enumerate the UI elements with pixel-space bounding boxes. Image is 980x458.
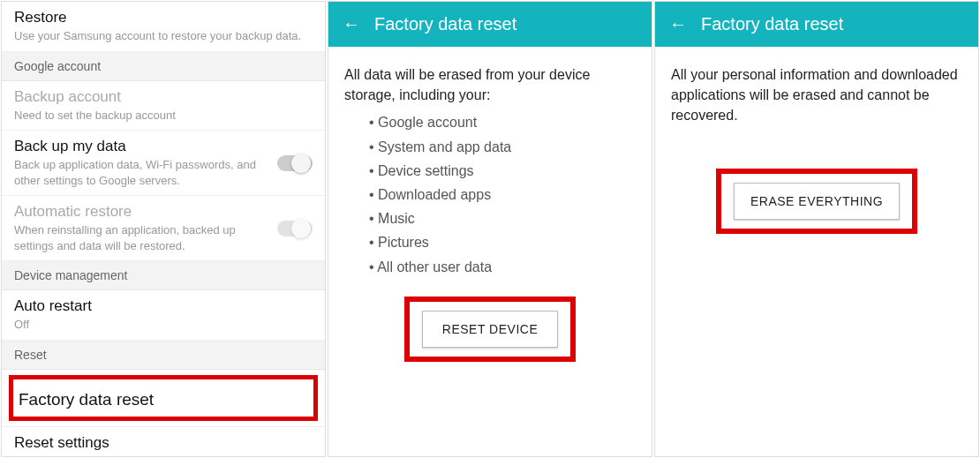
bullet-item: Pictures <box>369 232 636 252</box>
automatic-restore-title: Automatic restore <box>14 203 268 221</box>
bullet-item: Downloaded apps <box>369 184 636 205</box>
factory-reset-highlight: Factory data reset <box>9 375 318 421</box>
settings-list-panel: Restore Use your Samsung account to rest… <box>1 1 326 457</box>
reset-device-highlight: RESET DEVICE <box>404 297 576 362</box>
reset-settings-item[interactable]: Reset settings <box>2 426 325 457</box>
restore-item[interactable]: Restore Use your Samsung account to rest… <box>2 2 325 52</box>
appbar: ← Factory data reset <box>655 2 978 47</box>
automatic-restore-sub: When reinstalling an application, backed… <box>14 222 268 253</box>
reset-device-button[interactable]: RESET DEVICE <box>422 311 558 348</box>
backup-data-toggle[interactable] <box>277 155 313 171</box>
bullet-item: All other user data <box>369 257 636 277</box>
bullet-item: Music <box>369 208 636 229</box>
appbar: ← Factory data reset <box>328 2 652 47</box>
backup-data-title: Back up my data <box>14 138 268 155</box>
back-arrow-icon[interactable]: ← <box>669 14 687 34</box>
backup-data-sub: Back up application data, Wi-Fi password… <box>14 157 268 188</box>
bullet-item: System and app data <box>369 137 636 157</box>
section-google-account: Google account <box>2 52 325 81</box>
restore-sub: Use your Samsung account to restore your… <box>14 28 313 44</box>
backup-account-title: Backup account <box>14 88 313 106</box>
confirm-text: All your personal information and downlo… <box>671 64 962 126</box>
back-arrow-icon[interactable]: ← <box>343 14 360 34</box>
appbar-title: Factory data reset <box>374 14 516 34</box>
backup-account-sub: Need to set the backup account <box>14 108 313 124</box>
auto-restart-title: Auto restart <box>14 297 313 315</box>
factory-data-reset-item[interactable]: Factory data reset <box>13 379 306 411</box>
automatic-restore-item: Automatic restore When reinstalling an a… <box>2 196 325 261</box>
backup-data-item[interactable]: Back up my data Back up application data… <box>2 131 325 196</box>
restore-title: Restore <box>14 9 313 26</box>
erase-everything-highlight: ERASE EVERYTHING <box>716 169 917 234</box>
factory-reset-detail-panel: ← Factory data reset All data will be er… <box>328 1 652 457</box>
reset-settings-title: Reset settings <box>14 434 313 452</box>
backup-account-item[interactable]: Backup account Need to set the backup ac… <box>2 81 325 131</box>
appbar-title: Factory data reset <box>701 14 843 34</box>
erase-confirm-panel: ← Factory data reset All your personal i… <box>654 1 979 457</box>
auto-restart-item[interactable]: Auto restart Off <box>2 290 325 341</box>
erase-list: Google account System and app data Devic… <box>369 112 636 276</box>
automatic-restore-toggle <box>277 221 313 237</box>
erase-everything-button[interactable]: ERASE EVERYTHING <box>734 183 900 220</box>
auto-restart-sub: Off <box>14 317 313 333</box>
section-reset: Reset <box>2 341 325 370</box>
bullet-item: Device settings <box>369 161 636 181</box>
section-device-management: Device management <box>2 261 325 290</box>
intro-text: All data will be erased from your device… <box>344 64 636 105</box>
bullet-item: Google account <box>369 112 636 132</box>
